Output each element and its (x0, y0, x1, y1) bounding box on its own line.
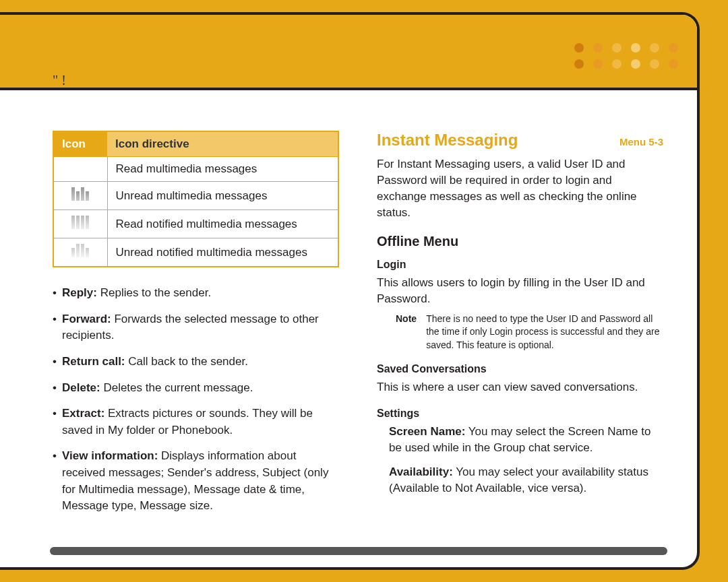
item-heading: Saved Conversations (377, 363, 663, 375)
settings-item: Screen Name: You may select the Screen N… (377, 424, 663, 456)
list-term: View information: (62, 449, 158, 462)
icon-directive-table: Icon Icon directive Read multimedia mess… (53, 131, 339, 267)
list-term: Extract: (62, 407, 104, 420)
icon-cell (53, 210, 107, 238)
directive-cell: Unread multimedia messages (107, 182, 338, 210)
table-header-icon: Icon (53, 131, 107, 157)
table-row: Unread notified multimedia messages (53, 238, 338, 267)
icon-cell (53, 182, 107, 210)
header-glyphs: " ! (53, 73, 66, 88)
directive-cell: Read multimedia messages (107, 157, 338, 182)
list-desc: Call back to the sender. (125, 355, 248, 368)
list-item: Return call: Call back to the sender. (53, 354, 339, 370)
dot-icon (593, 59, 603, 69)
list-desc: Deletes the current message. (100, 381, 253, 394)
dot-icon (669, 59, 678, 69)
icon-cell (53, 238, 107, 267)
list-item: Forward: Forwards the selected message t… (53, 311, 339, 344)
list-term: Return call: (62, 355, 125, 368)
page-frame: " ! Icon Icon directive Read multimedia … (0, 12, 700, 570)
message-icon (71, 187, 89, 201)
item-paragraph: This allows users to login by filling in… (377, 275, 663, 307)
item-heading: Login (377, 259, 663, 271)
options-list: Reply: Replies to the sender. Forward: F… (53, 285, 339, 515)
dot-icon (612, 59, 621, 69)
settings-term: Availability: (389, 465, 453, 478)
dot-icon (631, 59, 640, 69)
page-header: " ! (0, 15, 697, 90)
dot-icon (593, 43, 603, 53)
note-block: Note There is no need to type the User I… (377, 313, 663, 352)
settings-term: Screen Name: (389, 425, 465, 438)
table-row: Read notified multimedia messages (53, 210, 338, 238)
section-paragraph: For Instant Messaging users, a valid Use… (377, 156, 663, 222)
icon-cell (53, 157, 107, 182)
note-label: Note (396, 313, 417, 352)
item-paragraph: This is where a user can view saved conv… (377, 379, 663, 395)
dot-icon (612, 43, 621, 53)
menu-reference: Menu 5-3 (619, 136, 663, 148)
list-item: Reply: Replies to the sender. (53, 285, 339, 302)
subsection-title: Offline Menu (377, 234, 663, 249)
section-header: Instant Messaging Menu 5-3 (377, 131, 663, 150)
dot-icon (650, 59, 659, 69)
list-item: Delete: Deletes the current message. (53, 380, 339, 397)
directive-cell: Read notified multimedia messages (107, 210, 338, 238)
content-area: Icon Icon directive Read multimedia mess… (0, 93, 697, 567)
table-row: Read multimedia messages (53, 157, 338, 182)
left-column: Icon Icon directive Read multimedia mess… (53, 131, 339, 554)
footer-bar (50, 547, 667, 555)
list-item: View information: Displays information a… (53, 448, 339, 515)
table-row: Unread multimedia messages (53, 182, 338, 210)
message-icon (71, 216, 89, 229)
dot-icon (574, 43, 584, 53)
list-item: Extract: Extracts pictures or sounds. Th… (53, 406, 339, 439)
list-term: Forward: (62, 313, 111, 325)
message-icon (71, 244, 89, 257)
dot-icon (574, 59, 584, 69)
decorative-dot-grid (574, 43, 681, 71)
settings-item: Availability: You may select your availa… (377, 464, 663, 496)
section-title: Instant Messaging (377, 131, 518, 150)
table-header-directive: Icon directive (107, 131, 338, 157)
list-term: Reply: (62, 286, 97, 299)
note-text: There is no need to type the User ID and… (426, 313, 663, 352)
right-column: Instant Messaging Menu 5-3 For Instant M… (377, 131, 663, 554)
item-heading: Settings (377, 408, 663, 420)
list-desc: Replies to the sender. (97, 286, 211, 299)
dot-icon (631, 43, 640, 53)
directive-cell: Unread notified multimedia messages (107, 238, 338, 267)
dot-icon (669, 43, 678, 53)
list-term: Delete: (62, 381, 100, 394)
dot-icon (650, 43, 659, 53)
